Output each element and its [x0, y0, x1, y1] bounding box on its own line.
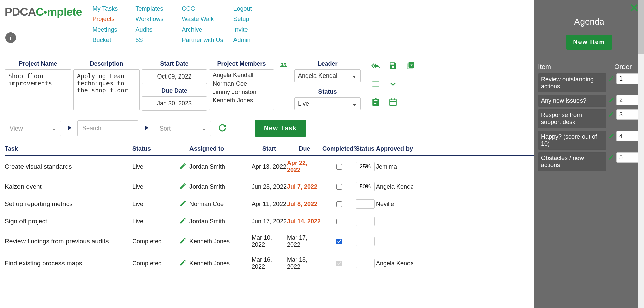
status-select[interactable]: Live [294, 97, 361, 110]
project-name-input[interactable]: Shop floor improvements [5, 69, 71, 110]
save-icon[interactable] [388, 61, 398, 70]
agenda-item-text[interactable]: Response from support desk [538, 109, 606, 128]
task-start: Apr 11, 2022 [252, 201, 287, 208]
completed-checkbox[interactable] [336, 201, 342, 207]
new-item-button[interactable]: New Item [566, 35, 612, 50]
project-members-listbox[interactable]: Angela KendallNorman CoeJimmy JohnstonKe… [209, 69, 274, 110]
agenda-item-text[interactable]: Obstacles / new actions [538, 152, 606, 171]
task-due: Jul 8, 2022 [287, 201, 322, 208]
nav-workflows[interactable]: Workflows [136, 16, 179, 23]
agenda-order-input[interactable] [616, 95, 641, 105]
agenda-order-input[interactable] [616, 131, 641, 141]
agenda-item-text[interactable]: Any new issues? [538, 95, 606, 107]
task-start: Jun 17, 2022 [252, 218, 287, 225]
task-assigned: Jordan Smith [189, 163, 252, 170]
agenda-item: Response from support desk [538, 109, 641, 128]
calendar-icon[interactable] [388, 97, 398, 107]
task-due: Apr 22, 2022 [287, 160, 322, 174]
search-input[interactable] [77, 120, 138, 136]
close-icon[interactable]: ✕ [629, 1, 639, 15]
members-icon[interactable] [280, 60, 288, 71]
description-input[interactable]: Applying Lean techniques to the shop flo… [73, 69, 140, 110]
member-option[interactable]: Norman Coe [209, 80, 274, 88]
edit-icon[interactable] [608, 131, 614, 140]
agenda-title: Agenda [538, 17, 641, 27]
start-date-input[interactable] [142, 69, 207, 84]
completed-checkbox [336, 261, 342, 266]
task-name: Set up reporting metrics [5, 200, 132, 208]
nav-ccc[interactable]: CCC [182, 5, 231, 12]
task-name: Review findings from previous audits [5, 238, 132, 245]
pdf-icon[interactable]: PDF [406, 61, 415, 70]
agenda-item-text[interactable]: Review outstanding actions [538, 73, 606, 92]
edit-icon[interactable] [179, 182, 189, 191]
nav-waste-walk[interactable]: Waste Walk [182, 16, 231, 23]
edit-icon[interactable] [608, 73, 614, 83]
nav-archive[interactable]: Archive [182, 26, 231, 33]
nav-admin[interactable]: Admin [233, 37, 275, 44]
nav-5s[interactable]: 5S [136, 37, 179, 44]
completed-checkbox[interactable] [336, 239, 342, 244]
reply-all-icon[interactable] [371, 61, 380, 70]
nav-invite[interactable]: Invite [233, 26, 275, 33]
nav-logout[interactable]: Logout [233, 5, 275, 12]
member-option[interactable]: Angela Kendall [209, 71, 274, 80]
due-date-input[interactable] [142, 96, 207, 111]
new-task-button[interactable]: New Task [255, 120, 306, 137]
edit-icon[interactable] [608, 109, 614, 119]
nav-meetings[interactable]: Meetings [93, 26, 133, 33]
nav-bucket[interactable]: Bucket [93, 37, 133, 44]
clipboard-icon[interactable] [371, 97, 380, 107]
completed-checkbox[interactable] [336, 184, 342, 190]
nav-setup[interactable]: Setup [233, 16, 275, 23]
info-icon[interactable]: i [5, 32, 16, 43]
agenda-order-input[interactable] [616, 109, 641, 120]
member-option[interactable]: Jimmy Johnston [209, 88, 274, 96]
scrollbar-thumb[interactable] [638, 0, 644, 54]
leader-select[interactable]: Angela Kendall [294, 69, 361, 82]
edit-icon[interactable] [179, 259, 189, 268]
status-pct-input[interactable] [356, 182, 375, 191]
task-name: Create visual standards [5, 163, 132, 170]
edit-icon[interactable] [179, 217, 189, 226]
member-option[interactable]: Kenneth Jones [209, 96, 274, 105]
refresh-icon[interactable] [218, 124, 226, 133]
completed-checkbox[interactable] [336, 164, 342, 170]
nav-partner[interactable]: Partner with Us [182, 37, 231, 44]
edit-icon[interactable] [179, 200, 189, 209]
agenda-item-text[interactable]: Happy? (score out of 10) [538, 131, 606, 150]
edit-icon[interactable] [608, 152, 614, 162]
view-apply-icon[interactable] [66, 124, 73, 133]
view-select[interactable]: View [5, 121, 61, 136]
label-due-date: Due Date [161, 87, 187, 94]
agenda-order-input[interactable] [616, 73, 641, 84]
chevron-down-icon[interactable] [388, 79, 398, 89]
task-assigned: Jordan Smith [189, 183, 252, 190]
task-due: Mar 18, 2022 [287, 256, 322, 270]
edit-icon[interactable] [608, 95, 614, 104]
edit-icon[interactable] [179, 237, 189, 246]
svg-text:PDF: PDF [410, 64, 414, 66]
status-pct-input[interactable] [356, 237, 375, 246]
status-pct-input[interactable] [356, 199, 375, 209]
agenda-hdr-item: Item [538, 63, 614, 71]
status-pct-input[interactable] [356, 259, 375, 268]
agenda-sidebar: ✕ Agenda New Item Item Order Review outs… [534, 0, 644, 308]
nav-templates[interactable]: Templates [136, 5, 179, 12]
status-pct-input[interactable] [356, 162, 375, 171]
search-apply-icon[interactable] [143, 124, 150, 133]
edit-icon[interactable] [179, 162, 189, 171]
task-due: Mar 17, 2022 [287, 234, 322, 248]
label-project-name: Project Name [18, 60, 57, 67]
nav-projects[interactable]: Projects [93, 16, 133, 23]
agenda-order-input[interactable] [616, 152, 641, 163]
th-due: Due [287, 145, 322, 152]
nav-audits[interactable]: Audits [136, 26, 179, 33]
sort-select[interactable]: Sort [155, 121, 211, 136]
list-icon[interactable] [371, 79, 380, 89]
status-pct-input[interactable] [356, 217, 375, 226]
nav-my-tasks[interactable]: My Tasks [93, 5, 133, 12]
task-approved: Angela Kenda [376, 260, 413, 267]
completed-checkbox[interactable] [336, 219, 342, 224]
task-name: Sign off project [5, 218, 132, 225]
